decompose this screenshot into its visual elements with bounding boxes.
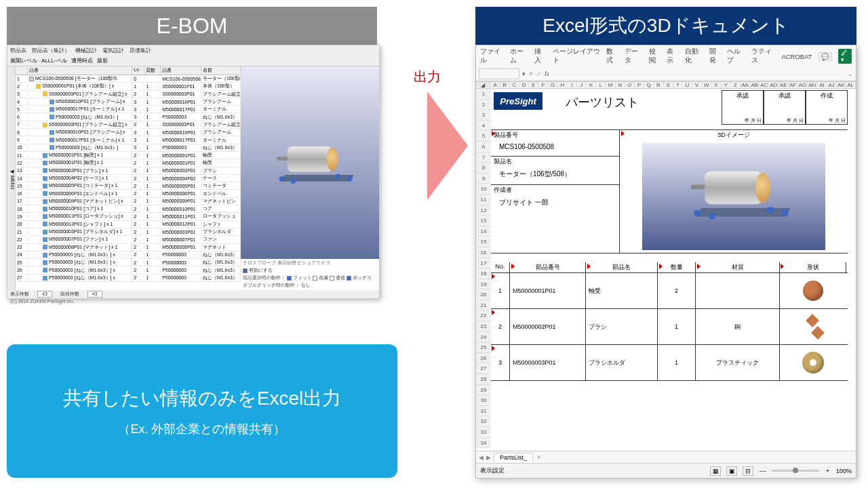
col-header[interactable]: C [510, 82, 519, 88]
tab-view[interactable]: 表示 [667, 47, 679, 65]
col-header[interactable]: E [529, 82, 538, 88]
row-header[interactable]: 10 [476, 184, 491, 195]
col-header[interactable]: W [702, 82, 711, 88]
row-header[interactable]: 34 [476, 438, 491, 449]
ebom-tree-row[interactable]: 4 M50000016P01 [ブラシアーム] x 3 1 M50000016P… [16, 98, 241, 106]
comment-marker-icon[interactable] [492, 310, 495, 315]
col-header[interactable]: N [616, 82, 625, 88]
row-header[interactable]: 23 [476, 321, 491, 332]
toolbar-dropdown[interactable]: 最新 [97, 57, 108, 64]
enable-checkbox[interactable] [243, 268, 248, 273]
ebom-tree-row[interactable]: 8 M50000016P01 [ブラシアーム] x 3 1 M50000016P… [16, 129, 241, 136]
tab-review[interactable]: 校閲 [649, 47, 661, 65]
row-header[interactable]: 11 [476, 195, 491, 205]
ebom-tree-row[interactable]: 10 P50000003 [ねじ（M1.6x3）] 3 1 P50000003 … [16, 144, 241, 152]
col-header[interactable]: AI [817, 82, 827, 88]
tab-acrobat[interactable]: ACROBAT [781, 53, 812, 60]
col-header[interactable]: K [587, 82, 596, 88]
col-header[interactable]: T [673, 82, 683, 88]
tab-data[interactable]: データ [625, 47, 643, 65]
dblclick-value[interactable]: なし [301, 283, 311, 287]
menu-item[interactable]: 部品表（集計） [32, 47, 70, 54]
row-header[interactable]: 1 [476, 89, 491, 100]
row-header[interactable]: 18 [476, 268, 491, 279]
col-header[interactable]: AB [750, 82, 760, 88]
col-header[interactable]: L [596, 82, 606, 88]
ebom-tree-row[interactable]: 3 S50000003P01 [ブラシアーム組立] x 2 1 S5000000… [16, 91, 241, 98]
col-header[interactable]: AJ [827, 82, 837, 88]
ebom-tree-row[interactable]: 9 M50000017P01 [ターミナル] x 1 3 1 M50000017… [16, 136, 241, 144]
ebom-3d-viewer[interactable]: クロスプローブ 表示切替 ビジュアライズ 有効にする 部品選択時の動作： フィッ… [241, 66, 379, 290]
tab-automate[interactable]: 自動化 [685, 47, 703, 65]
col-header[interactable]: AK [837, 82, 846, 88]
row-header[interactable]: 8 [476, 163, 491, 174]
ebom-tree-row[interactable]: 7 S50000003P01 [ブラシアーム組立] x 2 1 S5000000… [16, 121, 241, 129]
share-button[interactable]: 🖉▾ [838, 49, 852, 64]
col-header[interactable]: F [538, 82, 548, 88]
ebom-tree-row[interactable]: 18 M50000010P01 [コア] x 1 2 1 M50000010P0… [16, 205, 241, 213]
comment-marker-icon[interactable] [511, 264, 515, 269]
row-header[interactable]: 20 [476, 289, 491, 300]
tab-home[interactable]: ホーム [510, 47, 528, 65]
menu-item[interactable]: 機械設計 [75, 47, 97, 54]
opt-box-checkbox[interactable] [347, 276, 351, 281]
ebom-tree-row[interactable]: 13 M50000002P01 [ブラシ] x 1 2 1 M50000002P… [16, 167, 241, 175]
col-qty[interactable]: 員数 [144, 66, 161, 75]
col-header[interactable]: P [635, 82, 644, 88]
col-pname[interactable]: 名前 [201, 66, 241, 75]
row-header[interactable]: 9 [476, 174, 491, 184]
ebom-tree-row[interactable]: 27 P50000003 [ねじ（M1.6x3）] x 2 1 P5000000… [16, 274, 241, 282]
col-header[interactable]: AH [808, 82, 817, 88]
ebom-tree-row[interactable]: 1 MCS106-0500508 [モーター（106型/5 0 MCS106-0… [16, 75, 241, 83]
row-header[interactable]: 19 [476, 279, 491, 290]
zoom-in-button[interactable]: ＋ [825, 466, 831, 475]
parts-table-row[interactable]: 2 M50000002P01 ブラシ 1 銅 [491, 309, 848, 345]
ebom-tree-row[interactable]: 25 P50000003 [ねじ（M1.6x3）] x 2 1 P5000000… [16, 259, 241, 266]
col-header[interactable]: AC [760, 82, 769, 88]
status-text[interactable]: 表示設定 [480, 466, 505, 475]
page-layout-button[interactable]: ▣ [726, 466, 737, 476]
col-header[interactable]: O [625, 82, 635, 88]
col-header[interactable]: X [711, 82, 721, 88]
col-header[interactable]: AF [789, 82, 798, 88]
col-lv[interactable]: Lv. [132, 66, 144, 75]
tab-file[interactable]: ファイル [480, 47, 504, 65]
parts-table-row[interactable]: 1 M50000001P01 軸受 2 [491, 273, 848, 309]
worksheet[interactable]: PreSight パーツリスト 承認年 月 日 承認年 月 日 作成年 月 日 … [491, 89, 856, 448]
add-sheet-button[interactable]: ＋ [536, 453, 542, 462]
opt-fit-checkbox[interactable] [287, 276, 292, 281]
row-header[interactable]: 17 [476, 258, 491, 269]
comment-marker-icon[interactable] [781, 264, 784, 269]
row-header[interactable]: 21 [476, 300, 491, 311]
col-header[interactable]: J [577, 82, 587, 88]
ebom-tree-row[interactable]: 15 M50000005P01 [コミテータ] x 1 2 1 M5000000… [16, 182, 241, 190]
col-header[interactable]: R [654, 82, 663, 88]
confirm-icon[interactable]: ✓ [536, 70, 542, 77]
col-header[interactable]: AL [846, 82, 856, 88]
row-header[interactable]: 30 [476, 395, 491, 406]
sheet-tab[interactable]: PartsList_ [494, 453, 533, 462]
fx-label[interactable]: fx [545, 70, 549, 77]
comment-marker-icon[interactable] [697, 264, 701, 269]
ebom-tree-row[interactable]: 14 M50000004P02 [ケース] x 1 2 1 M50000004P… [16, 175, 241, 182]
col-header[interactable]: Z [731, 82, 741, 88]
tab-lattice[interactable]: ラティス [751, 47, 775, 65]
tab-formulas[interactable]: 数式 [606, 47, 618, 65]
ebom-tree-row[interactable]: 21 M50000003P01 [ブラシホルダ] x 1 2 1 M500000… [16, 228, 241, 236]
col-header[interactable]: AA [741, 82, 750, 88]
ebom-tree-row[interactable]: 23 M50000008P01 [マグネット] x 1 2 1 M5000000… [16, 244, 241, 251]
row-header[interactable]: 6 [476, 142, 491, 152]
name-box[interactable] [479, 68, 519, 79]
toolbar-dropdown[interactable]: ALLレベル [41, 57, 67, 64]
opt-trans-checkbox[interactable] [330, 276, 334, 281]
normal-view-button[interactable]: ▦ [710, 466, 721, 476]
opt-blink-checkbox[interactable] [313, 276, 317, 281]
ebom-tree-row[interactable]: 12 M50000001P01 [軸受] x 1 2 1 M50000001P0… [16, 159, 241, 167]
ebom-tree-row[interactable]: 19 M50000011P01 [ロータブッシュ] x 2 1 M5000001… [16, 213, 241, 220]
ebom-tree-row[interactable]: 24 P50000003 [ねじ（M1.6x3）] x 2 1 P5000000… [16, 251, 241, 259]
row-header[interactable]: 3 [476, 110, 491, 121]
col-header[interactable]: G [549, 82, 558, 88]
col-header[interactable]: B [500, 82, 510, 88]
column-headers[interactable]: ◢ ABCDEFGHIJKLMNOPQRSTUVWXYZAAABACADAEAF… [476, 82, 856, 89]
row-headers[interactable]: 1234567891011121314151617181920212223242… [476, 89, 491, 448]
